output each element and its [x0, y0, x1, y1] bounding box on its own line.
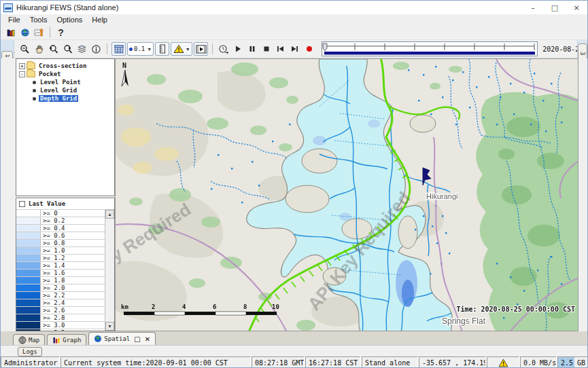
legend-row: >= 1.6 [16, 270, 114, 277]
legend-scrollbar[interactable]: ▲ ▼ [105, 210, 114, 331]
zoom-next-icon[interactable] [60, 42, 75, 56]
legend-row: >= 2.0 [16, 284, 114, 292]
legend-color-swatch [16, 262, 41, 269]
legend-color-swatch [16, 314, 41, 321]
tab-close-icon[interactable]: ✕ [145, 335, 150, 343]
tree-item-level-point[interactable]: Level Point [16, 78, 114, 86]
set-time-icon[interactable] [216, 42, 230, 56]
profile-icon[interactable] [155, 42, 169, 56]
play-icon[interactable] [230, 42, 245, 56]
legend-row: >= 1.0 [16, 247, 114, 255]
zoom-out-icon[interactable] [18, 42, 32, 56]
interval-dot-icon [129, 48, 133, 51]
zoom-previous-icon[interactable] [46, 42, 60, 56]
chevron-down-icon: ▼ [186, 47, 190, 52]
record-icon[interactable] [302, 42, 316, 56]
pause-icon[interactable] [245, 42, 259, 56]
spatial-display-icon[interactable] [32, 26, 46, 39]
label-hikurangi: Hikurangi [426, 192, 457, 200]
last-value-checkbox[interactable] [19, 201, 25, 207]
legend-color-swatch [16, 292, 41, 299]
legend-row: >= 0.8 [16, 240, 114, 247]
globe-icon [94, 335, 102, 343]
legend-row: >= 3.0 [16, 322, 114, 329]
tree-expander-icon[interactable]: - [19, 71, 25, 77]
legend-row: >= 3.2 [16, 329, 114, 331]
status-memory: 2.5 GB [557, 356, 588, 368]
close-button[interactable]: × [566, 1, 587, 14]
class-interval-combo[interactable]: 0.1 ▼ [127, 42, 154, 56]
warning-filter-icon[interactable]: ▼ [171, 42, 192, 56]
legend-color-swatch [16, 217, 41, 224]
menu-tools[interactable]: Tools [25, 16, 52, 24]
legend-color-swatch [16, 232, 41, 239]
legend-row: >= 1.8 [16, 277, 114, 284]
status-warning[interactable] [487, 356, 519, 368]
label-springs-flat: Springs Flat [442, 316, 486, 326]
legend-color-swatch [16, 299, 41, 306]
svg-text:km: km [121, 303, 128, 310]
menu-options[interactable]: Options [52, 16, 87, 24]
database-icon[interactable] [3, 26, 18, 39]
status-data-rate: 0.0 MB/s [520, 356, 557, 368]
animation-player-icon[interactable] [194, 42, 208, 56]
menu-help[interactable]: Help [87, 16, 112, 24]
help-icon[interactable]: ? [54, 26, 68, 39]
legend-color-swatch [16, 255, 41, 261]
svg-text:2: 2 [152, 303, 155, 310]
folder-icon [27, 62, 35, 69]
skip-to-start-icon[interactable] [273, 42, 288, 56]
tab-spatial[interactable]: Spatial □ ✕ [88, 332, 156, 345]
logs-row: Logs [1, 345, 588, 356]
minimize-button[interactable]: – [522, 1, 544, 14]
layers-icon[interactable] [75, 42, 89, 56]
legend-color-swatch [16, 240, 41, 246]
time-slider[interactable] [322, 41, 538, 56]
svg-text:N: N [122, 62, 126, 69]
legend-title: Last Value [29, 200, 65, 207]
svg-text:4: 4 [182, 303, 186, 310]
menu-bar: FileToolsOptionsHelp [1, 14, 587, 25]
warning-icon [498, 358, 508, 367]
grid-display-icon[interactable] [111, 42, 126, 56]
legend-color-swatch [16, 277, 41, 284]
info-icon[interactable] [89, 42, 103, 56]
status-local-time: 16:27:18 CST [305, 356, 361, 368]
legend-row: >= 2.2 [16, 292, 114, 299]
globe-icon[interactable] [18, 26, 32, 39]
tree-item-pocket[interactable]: -Pocket [16, 70, 114, 78]
scroll-down-icon[interactable]: ▼ [105, 322, 114, 331]
map-view[interactable]: API Key Required API Key Required Hikura… [115, 58, 578, 331]
pan-icon[interactable] [32, 42, 46, 56]
map-time-label: Time: 2020-08-25 00:00:00 CST [456, 306, 575, 313]
status-user: Administrator [1, 356, 60, 368]
tree-expander-icon[interactable]: + [19, 63, 25, 69]
status-coordinates: -35.657 , 174.199 [419, 356, 486, 368]
tab-map[interactable]: Map [13, 334, 45, 345]
scroll-up-icon[interactable]: ▲ [105, 210, 114, 219]
skip-to-end-icon[interactable] [288, 42, 302, 56]
status-mode: Stand alone [362, 356, 418, 368]
view-tab-bar: Map Graph Spatial □ ✕ [1, 331, 588, 345]
legend-color-swatch [16, 225, 41, 232]
menu-file[interactable]: File [3, 16, 25, 24]
stop-icon[interactable] [259, 42, 273, 56]
maximize-button[interactable]: □ [544, 1, 566, 14]
folder-icon [27, 71, 35, 77]
legend-row: >= 2.8 [16, 314, 114, 322]
tab-maximize-icon[interactable]: □ [134, 335, 140, 343]
status-system-time: Current system time:2020-09-01 00:00 CST [60, 356, 251, 368]
legend-row: >= 0.2 [16, 217, 114, 225]
legend-row: >= 2.4 [16, 299, 114, 307]
legend-color-swatch [16, 322, 41, 329]
filter-tree-panel: +Cross-section-PocketLevel PointLevel Gr… [16, 58, 115, 196]
tab-graph[interactable]: Graph [47, 334, 86, 345]
tree-item-depth-grid[interactable]: Depth Grid [16, 94, 114, 103]
logs-tab[interactable]: Logs [18, 347, 42, 356]
tree-item-level-grid[interactable]: Level Grid [16, 86, 114, 94]
main-area: +Cross-section-PocketLevel PointLevel Gr… [1, 58, 588, 331]
legend-panel: Last Value >= 0>= 0.2>= 0.4>= 0.6>= 0.8>… [16, 198, 115, 331]
main-toolbar: ? [1, 25, 587, 40]
bar-chart-icon [52, 336, 60, 344]
svg-text:6: 6 [213, 303, 216, 310]
